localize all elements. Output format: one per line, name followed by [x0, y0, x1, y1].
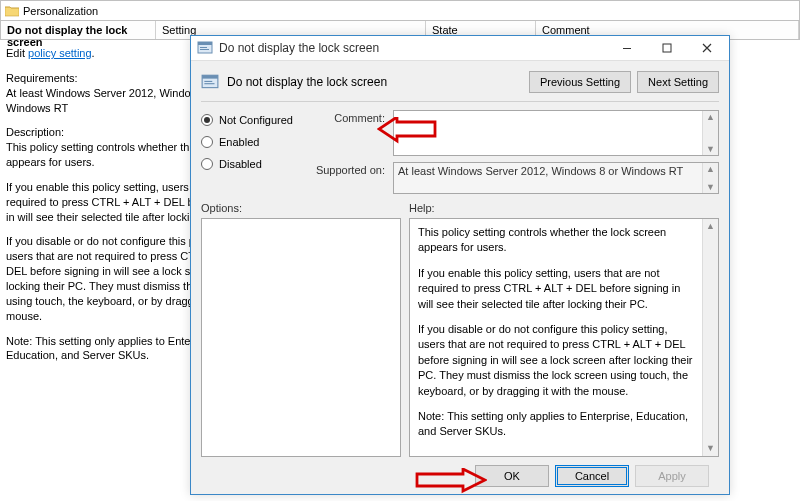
bg-folder-row: Personalization — [0, 0, 800, 20]
radio-label: Enabled — [219, 136, 259, 148]
policy-dialog: Do not display the lock screen Do not di… — [190, 35, 730, 495]
scrollbar[interactable]: ▲▼ — [702, 163, 718, 193]
comment-label: Comment: — [313, 110, 393, 124]
svg-rect-2 — [200, 47, 207, 48]
help-box: This policy setting controls whether the… — [409, 218, 719, 457]
edit-policy-link[interactable]: policy setting — [28, 47, 92, 59]
cancel-button[interactable]: Cancel — [555, 465, 629, 487]
radio-not-configured[interactable]: Not Configured — [201, 110, 313, 130]
radio-label: Not Configured — [219, 114, 293, 126]
bg-folder-label: Personalization — [23, 5, 98, 17]
radio-disabled[interactable]: Disabled — [201, 154, 313, 174]
policy-icon — [201, 73, 219, 91]
bg-edit-prefix: Edit — [6, 47, 28, 59]
scrollbar[interactable]: ▲▼ — [702, 111, 718, 155]
close-button[interactable] — [687, 36, 727, 60]
help-p2: If you enable this policy setting, users… — [418, 266, 696, 312]
scrollbar[interactable]: ▲▼ — [702, 219, 718, 456]
dialog-heading: Do not display the lock screen — [227, 75, 387, 89]
supported-text: At least Windows Server 2012, Windows 8 … — [398, 165, 683, 177]
folder-icon — [5, 5, 19, 17]
radio-icon — [201, 136, 213, 148]
bg-title: Do not display the lock screen — [1, 21, 156, 39]
svg-rect-3 — [200, 49, 209, 50]
apply-button[interactable]: Apply — [635, 465, 709, 487]
svg-rect-1 — [198, 42, 212, 45]
window-title: Do not display the lock screen — [219, 41, 607, 55]
help-p1: This policy setting controls whether the… — [418, 225, 696, 256]
minimize-button[interactable] — [607, 36, 647, 60]
next-setting-button[interactable]: Next Setting — [637, 71, 719, 93]
comment-textarea[interactable]: ▲▼ — [393, 110, 719, 156]
maximize-button[interactable] — [647, 36, 687, 60]
help-p4: Note: This setting only applies to Enter… — [418, 409, 696, 440]
previous-setting-button[interactable]: Previous Setting — [529, 71, 631, 93]
svg-rect-7 — [202, 75, 218, 78]
supported-label: Supported on: — [313, 162, 393, 176]
titlebar[interactable]: Do not display the lock screen — [191, 36, 729, 61]
radio-group: Not Configured Enabled Disabled — [201, 110, 313, 194]
supported-on-box: At least Windows Server 2012, Windows 8 … — [393, 162, 719, 194]
radio-icon — [201, 158, 213, 170]
svg-rect-4 — [623, 48, 631, 49]
radio-icon — [201, 114, 213, 126]
svg-rect-5 — [663, 44, 671, 52]
help-label: Help: — [409, 202, 719, 214]
options-label: Options: — [201, 202, 401, 214]
separator — [201, 101, 719, 102]
policy-icon — [197, 40, 213, 56]
svg-rect-8 — [204, 81, 212, 82]
options-box — [201, 218, 401, 457]
help-p3: If you disable or do not configure this … — [418, 322, 696, 399]
ok-button[interactable]: OK — [475, 465, 549, 487]
dialog-footer: OK Cancel Apply — [201, 457, 719, 495]
radio-enabled[interactable]: Enabled — [201, 132, 313, 152]
radio-label: Disabled — [219, 158, 262, 170]
svg-rect-9 — [204, 83, 214, 84]
